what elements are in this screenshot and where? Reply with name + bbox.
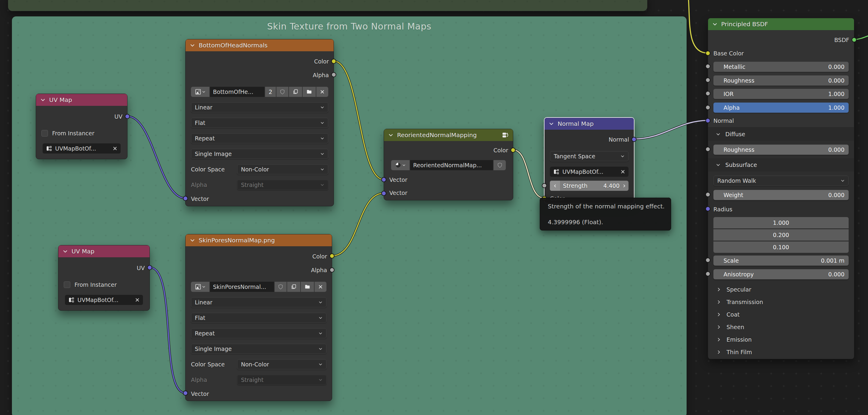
node-bottom-of-head-normals[interactable]: BottomOfHeadNormals Color Alpha BottomOf… <box>185 39 334 206</box>
alpha-output-socket[interactable] <box>331 72 336 77</box>
ior-slider[interactable]: IOR 1.000 <box>713 89 849 99</box>
vector-input-2-socket[interactable] <box>381 191 386 196</box>
unlink-image-button[interactable] <box>316 87 328 97</box>
group-datablock-button[interactable] <box>391 160 410 170</box>
color-output-socket[interactable] <box>510 148 516 153</box>
shield-icon <box>497 162 503 168</box>
coat-panel-header[interactable]: Coat <box>708 309 854 320</box>
unlink-image-button[interactable] <box>315 282 327 292</box>
color-output-socket[interactable] <box>330 254 335 259</box>
subsurface-method-dropdown[interactable]: Random Walk <box>713 176 849 186</box>
image-name-field[interactable]: SkinPoresNormal... <box>210 282 274 292</box>
alpha-output-socket[interactable] <box>330 267 335 272</box>
from-instancer-checkbox[interactable] <box>64 281 70 288</box>
strength-slider[interactable]: Strength 4.400 <box>550 181 628 191</box>
extension-dropdown[interactable]: Repeat <box>191 328 327 338</box>
vector-input-socket[interactable] <box>183 196 188 201</box>
transmission-panel-header[interactable]: Transmission <box>708 297 854 307</box>
diffuse-panel-header[interactable]: Diffuse <box>708 127 854 141</box>
strength-input-socket[interactable] <box>542 183 547 188</box>
metallic-input-socket[interactable] <box>705 64 710 69</box>
color-space-dropdown[interactable]: Non-Color <box>237 164 328 174</box>
node-header-bottom-tex[interactable]: BottomOfHeadNormals <box>186 39 334 51</box>
image-datablock-button[interactable] <box>191 282 209 292</box>
sheen-panel-header[interactable]: Sheen <box>708 322 854 332</box>
subsurface-panel-header[interactable]: Subsurface <box>708 158 854 171</box>
projection-dropdown[interactable]: Flat <box>191 313 327 323</box>
metallic-slider[interactable]: Metallic 0.000 <box>713 62 849 72</box>
extension-dropdown[interactable]: Repeat <box>191 133 328 143</box>
group-name-field[interactable]: ReorientedNormalMap... <box>410 160 493 170</box>
vector-input-socket[interactable] <box>183 390 188 396</box>
uv-output-socket[interactable] <box>147 265 152 270</box>
normal-output-socket[interactable] <box>631 137 637 142</box>
strength-decrease-arrow[interactable] <box>550 181 560 191</box>
projection-dropdown[interactable]: Flat <box>191 118 328 128</box>
emission-panel-header[interactable]: Emission <box>708 334 854 345</box>
close-icon[interactable] <box>620 169 625 174</box>
anisotropy-slider[interactable]: Anisotropy 0.000 <box>713 269 849 279</box>
radius-z-field[interactable]: 0.100 <box>713 241 849 253</box>
uv-map-select[interactable]: UVMapBotOf... <box>42 143 121 153</box>
from-instancer-checkbox[interactable] <box>41 130 48 137</box>
fake-user-button[interactable] <box>494 160 506 170</box>
interpolation-dropdown[interactable]: Linear <box>191 102 328 112</box>
ior-input-socket[interactable] <box>705 91 710 96</box>
node-header-bsdf[interactable]: Principled BSDF <box>708 18 854 30</box>
node-normal-map[interactable]: Normal Map Normal Tangent Space UVMapBot… <box>544 117 634 204</box>
node-uv-map-2[interactable]: UV Map UV From Instancer UVMapBotOf... <box>58 245 150 310</box>
roughness-input-socket[interactable] <box>705 78 710 83</box>
open-image-button[interactable] <box>303 87 316 97</box>
node-reoriented-normal-mapping[interactable]: ReorientedNormalMapping Color Reoriented… <box>384 129 513 200</box>
diffuse-roughness-input-socket[interactable] <box>705 147 710 152</box>
strength-increase-arrow[interactable] <box>620 181 628 191</box>
alpha-slider[interactable]: Alpha 1.000 <box>713 102 849 113</box>
open-image-button[interactable] <box>301 282 314 292</box>
bsdf-output-socket[interactable] <box>851 37 857 42</box>
image-name-field[interactable]: BottomOfHe... <box>210 87 265 97</box>
node-principled-bsdf[interactable]: Principled BSDF BSDF Base Color Metallic… <box>708 18 854 358</box>
normal-input-socket[interactable] <box>705 118 710 123</box>
image-datablock-button[interactable] <box>191 87 209 97</box>
node-header-pores-tex[interactable]: SkinPoresNormalMap.png <box>186 234 332 246</box>
roughness-slider[interactable]: Roughness 0.000 <box>713 76 849 86</box>
node-uv-map-1[interactable]: UV Map UV From Instancer UVMapBotOf... <box>36 94 127 159</box>
source-dropdown[interactable]: Single Image <box>191 344 327 354</box>
vector-input-1-socket[interactable] <box>381 177 386 182</box>
alpha-input-socket[interactable] <box>705 105 710 110</box>
interpolation-dropdown[interactable]: Linear <box>191 297 327 307</box>
duplicate-image-button[interactable] <box>289 87 302 97</box>
radius-x-field[interactable]: 1.000 <box>713 217 849 228</box>
node-header-uv-map-1[interactable]: UV Map <box>36 94 127 106</box>
color-space-dropdown[interactable]: Non-Color <box>237 359 327 369</box>
node-header-normal-map[interactable]: Normal Map <box>545 118 634 130</box>
uv-output-socket[interactable] <box>125 114 130 119</box>
fake-user-button[interactable] <box>275 282 286 292</box>
weight-slider[interactable]: Weight 0.000 <box>713 190 849 200</box>
source-dropdown[interactable]: Single Image <box>191 149 328 159</box>
radius-y-field[interactable]: 0.200 <box>713 229 849 241</box>
duplicate-image-button[interactable] <box>287 282 300 292</box>
fake-user-button[interactable] <box>276 87 288 97</box>
base-color-input-socket[interactable] <box>705 51 710 56</box>
specular-panel-header[interactable]: Specular <box>708 284 854 295</box>
color-output-socket[interactable] <box>331 59 336 64</box>
space-dropdown[interactable]: Tangent Space <box>550 151 628 161</box>
alpha-mode-dropdown[interactable]: Straight <box>237 375 327 385</box>
node-header-uv-map-2[interactable]: UV Map <box>58 245 150 257</box>
scale-input-socket[interactable] <box>705 258 710 263</box>
radius-input-socket[interactable] <box>705 206 710 211</box>
alpha-mode-dropdown[interactable]: Straight <box>237 180 328 190</box>
node-header-group[interactable]: ReorientedNormalMapping <box>384 129 513 141</box>
uv-map-select[interactable]: UVMapBotOf... <box>65 295 143 305</box>
weight-input-socket[interactable] <box>705 192 710 197</box>
image-users-count-button[interactable]: 2 <box>265 87 276 97</box>
diffuse-roughness-slider[interactable]: Roughness 0.000 <box>713 145 849 155</box>
uv-map-select[interactable]: UVMapBotOf... <box>550 167 628 177</box>
scale-slider[interactable]: Scale 0.001 m <box>713 256 849 266</box>
anisotropy-input-socket[interactable] <box>705 271 710 276</box>
thin-film-panel-header[interactable]: Thin Film <box>708 347 854 357</box>
close-icon[interactable] <box>135 297 140 303</box>
close-icon[interactable] <box>112 146 118 151</box>
node-skin-pores-normal-map[interactable]: SkinPoresNormalMap.png Color Alpha SkinP… <box>185 234 332 401</box>
